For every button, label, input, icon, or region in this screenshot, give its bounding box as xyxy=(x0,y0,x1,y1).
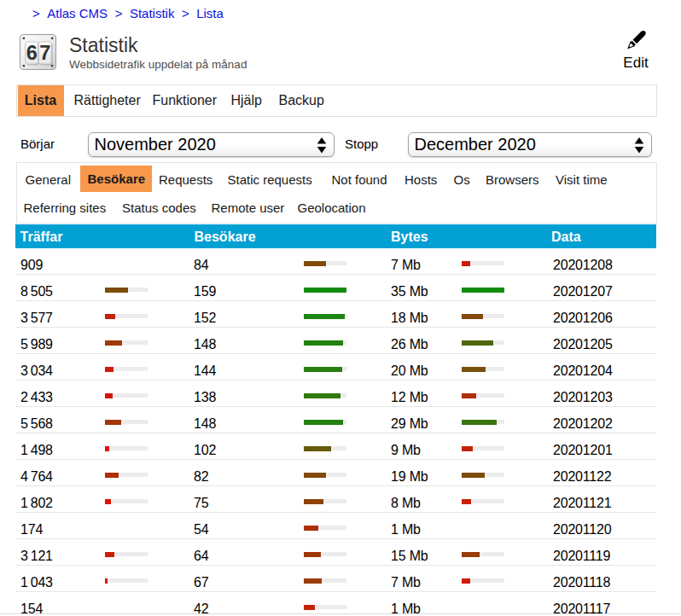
svg-text:7: 7 xyxy=(39,42,50,64)
svg-text:6: 6 xyxy=(26,42,38,64)
